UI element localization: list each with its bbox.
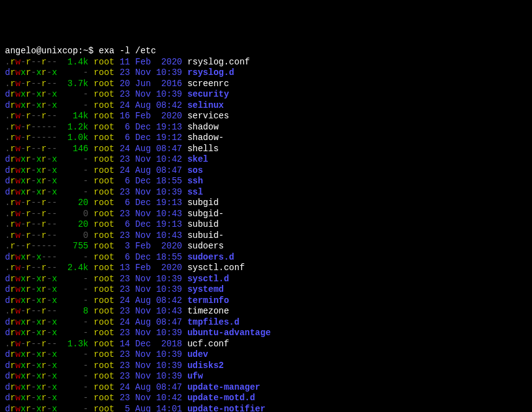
date: 5 Aug 14:01	[120, 404, 182, 413]
listing-row: drwxr-xr-x - root 23 Nov 10:39 ubuntu-ad…	[5, 328, 527, 339]
owner: root	[94, 306, 115, 316]
perm: drwxr-xr-x	[5, 68, 57, 77]
perm: .rw-r--r--	[5, 230, 57, 240]
file-name: systemd	[187, 284, 224, 294]
size: -	[62, 274, 88, 284]
date: 23 Nov 10:43	[120, 306, 182, 316]
perm: drwxr-xr-x	[5, 317, 57, 327]
date: 23 Nov 10:39	[120, 187, 182, 197]
perm: .rw-r--r--	[5, 79, 57, 89]
owner: root	[94, 133, 115, 142]
date: 16 Feb 2020	[120, 111, 182, 121]
listing-row: drwxr-xr-x - root 24 Aug 08:47 tmpfiles.…	[5, 317, 527, 328]
size: -	[62, 284, 88, 294]
perm: .rw-r--r--	[5, 111, 57, 121]
size: -	[62, 165, 88, 175]
file-name: update-motd.d	[187, 393, 255, 403]
size: -	[62, 89, 88, 99]
owner: root	[94, 144, 115, 154]
file-name: screenrc	[187, 79, 229, 89]
file-name: subuid	[187, 219, 218, 229]
size: 1.0k	[62, 133, 88, 142]
date: 23 Nov 10:39	[120, 68, 182, 77]
size: 0	[62, 230, 88, 240]
listing-row: drwxr-xr-x - root 24 Aug 08:47 sos	[5, 165, 527, 177]
perm: drwxr-xr-x	[5, 296, 57, 305]
listing-row: drwxr-xr-x - root 23 Nov 10:39 rsyslog.d	[5, 68, 527, 79]
file-name: sos	[187, 165, 203, 175]
file-name: sudoers	[187, 241, 224, 251]
owner: root	[94, 154, 115, 164]
date: 6 Dec 18:55	[120, 252, 182, 262]
perm: drwxr-xr-x	[5, 382, 57, 392]
file-name: timezone	[187, 306, 229, 316]
file-name: services	[187, 111, 229, 121]
file-name: skel	[187, 154, 208, 164]
size: 14k	[62, 111, 88, 121]
listing-row: .rw-r--r-- 14k root 16 Feb 2020 services	[5, 111, 527, 122]
file-name: subuid-	[187, 230, 224, 240]
date: 23 Nov 10:39	[120, 361, 182, 370]
perm: drwxr-xr-x	[5, 187, 57, 197]
terminal-output[interactable]: angelo@unixcop:~$ exa -l /etc.rw-r--r-- …	[5, 46, 527, 412]
listing-row: drwxr-xr-x - root 24 Aug 08:47 update-ma…	[5, 382, 527, 393]
date: 23 Nov 10:42	[120, 393, 182, 403]
file-name: rsyslog.d	[187, 68, 234, 77]
file-name: ucf.conf	[187, 339, 229, 349]
date: 23 Nov 10:43	[120, 230, 182, 240]
file-name: udisks2	[187, 361, 224, 370]
size: -	[62, 252, 88, 262]
owner: root	[94, 284, 115, 294]
perm: drwxr-xr-x	[5, 371, 57, 381]
size: 2.4k	[62, 263, 88, 273]
listing-row: .rw-r----- 1.0k root 6 Dec 19:12 shadow-	[5, 133, 527, 144]
size: 146	[62, 144, 88, 154]
file-name: shells	[187, 144, 218, 154]
size: 0	[62, 209, 88, 219]
listing-row: drwxr-xr-x - root 6 Dec 18:55 ssh	[5, 176, 527, 187]
listing-row: .rw-r--r-- 3.7k root 20 Jun 2016 screenr…	[5, 79, 527, 90]
owner: root	[94, 100, 115, 110]
date: 13 Feb 2020	[120, 263, 182, 273]
file-name: terminfo	[187, 296, 229, 305]
listing-row: .rw-r--r-- 146 root 24 Aug 08:47 shells	[5, 144, 527, 155]
owner: root	[94, 328, 115, 338]
perm: .rw-r--r--	[5, 144, 57, 154]
owner: root	[94, 79, 115, 89]
owner: root	[94, 230, 115, 240]
owner: root	[94, 404, 115, 413]
perm: .r--r-----	[5, 241, 57, 251]
size: -	[62, 68, 88, 77]
owner: root	[94, 241, 115, 251]
perm: .rw-r-----	[5, 133, 57, 142]
date: 23 Nov 10:39	[120, 284, 182, 294]
listing-row: drwxr-xr-x - root 23 Nov 10:39 udev	[5, 349, 527, 361]
file-name: sysctl.d	[187, 274, 229, 284]
owner: root	[94, 57, 115, 67]
size: -	[62, 176, 88, 186]
date: 23 Nov 10:43	[120, 209, 182, 219]
date: 23 Nov 10:39	[120, 371, 182, 381]
perm: drwxr-xr-x	[5, 89, 57, 99]
size: -	[62, 361, 88, 370]
size: 755	[62, 241, 88, 251]
listing-row: .rw-r--r-- 20 root 6 Dec 19:13 subuid	[5, 219, 527, 230]
owner: root	[94, 371, 115, 381]
owner: root	[94, 219, 115, 229]
date: 23 Nov 10:39	[120, 274, 182, 284]
size: -	[62, 393, 88, 403]
listing-row: drwxr-xr-x - root 24 Aug 08:42 selinux	[5, 100, 527, 112]
prompt-userhost: angelo@unixcop	[5, 46, 78, 56]
owner: root	[94, 339, 115, 349]
owner: root	[94, 198, 115, 208]
file-name: tmpfiles.d	[187, 317, 239, 327]
owner: root	[94, 317, 115, 327]
listing-row: drwxr-xr-x - root 23 Nov 10:42 skel	[5, 154, 527, 165]
file-name: update-manager	[187, 382, 260, 392]
listing-row: .rw-r--r-- 8 root 23 Nov 10:43 timezone	[5, 306, 527, 317]
date: 3 Feb 2020	[120, 241, 182, 251]
perm: drwxr-xr-x	[5, 154, 57, 164]
owner: root	[94, 349, 115, 359]
date: 24 Aug 08:42	[120, 100, 182, 110]
file-name: subgid-	[187, 209, 224, 219]
